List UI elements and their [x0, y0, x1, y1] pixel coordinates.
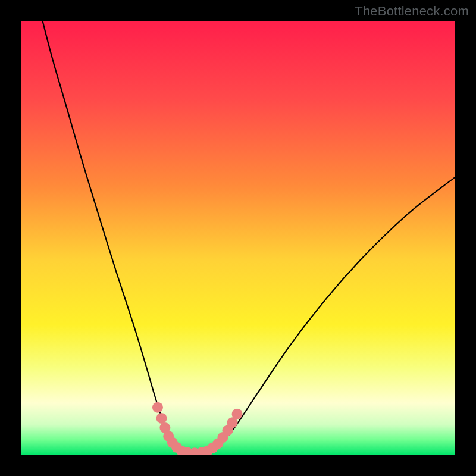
chart-frame: TheBottleneck.com	[0, 0, 476, 476]
highlight-dot	[156, 413, 167, 424]
bottleneck-curve	[43, 21, 456, 453]
plot-area	[21, 21, 455, 455]
watermark-text: TheBottleneck.com	[355, 4, 469, 19]
curve-layer	[21, 21, 455, 455]
highlight-dot	[152, 402, 163, 413]
highlight-region	[152, 402, 243, 455]
highlight-dot	[232, 409, 243, 419]
